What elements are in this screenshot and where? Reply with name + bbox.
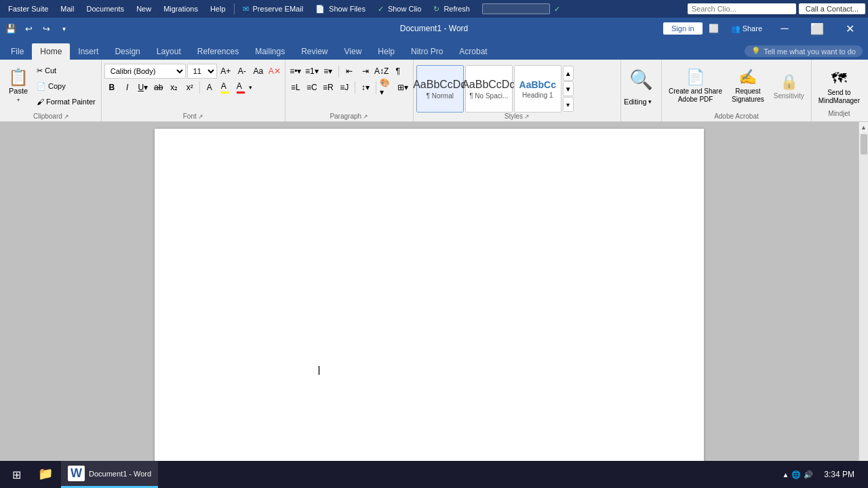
tab-references[interactable]: References [189, 43, 247, 60]
change-case-btn[interactable]: Aa [251, 64, 266, 79]
borders-btn[interactable]: ⊞▾ [395, 80, 410, 95]
styles-expand-icon[interactable]: ↗ [524, 113, 530, 120]
numbering-btn[interactable]: ≡1▾ [304, 64, 319, 79]
show-clio-btn[interactable]: ✓ Show Clio [372, 3, 427, 15]
font-name-select[interactable]: Calibri (Body) [104, 64, 186, 79]
copy-btn[interactable]: 📄 Copy [34, 79, 98, 94]
style-normal[interactable]: AaBbCcDd ¶ Normal [416, 65, 464, 113]
clock[interactable]: 3:34 PM [820, 470, 859, 479]
customize-qat-btn[interactable]: ▾ [56, 20, 72, 37]
styles-scroll-down[interactable]: ▼ [563, 81, 574, 96]
share-button[interactable]: 👥 Share [726, 22, 768, 35]
decrease-indent-btn[interactable]: ⇤ [342, 64, 357, 79]
faster-suite-btn[interactable]: Faster Suite [3, 3, 54, 14]
show-files-btn[interactable]: 📄 Show Files [310, 3, 371, 15]
style-heading1[interactable]: AaBbCc Heading 1 [514, 65, 561, 113]
subscript-btn[interactable]: x₂ [167, 80, 182, 95]
highlight-btn[interactable]: A [218, 80, 233, 95]
align-right-btn[interactable]: ≡R [321, 80, 336, 95]
styles-scroll-up[interactable]: ▲ [563, 66, 574, 81]
editing-dropdown-icon[interactable]: ▾ [648, 98, 652, 105]
request-signatures-btn[interactable]: ✍ RequestSignatures [728, 62, 768, 110]
sensitivity-btn[interactable]: 🔒 Sensitivity [770, 62, 808, 110]
maximize-btn[interactable]: ⬜ [802, 18, 833, 39]
font-color-btn[interactable]: A [233, 80, 248, 95]
underline-btn[interactable]: U▾ [136, 80, 151, 95]
refresh-input[interactable] [482, 3, 550, 14]
tab-help[interactable]: Help [370, 43, 403, 60]
send-to-mindmanager-btn[interactable]: 🗺 Send toMindManager [814, 65, 864, 110]
paste-btn[interactable]: 📋 Paste ▾ [4, 62, 33, 110]
align-left-btn[interactable]: ≡L [288, 80, 303, 95]
tab-view[interactable]: View [336, 43, 370, 60]
scroll-up-btn[interactable]: ▲ [859, 122, 869, 133]
volume-icon[interactable]: 🔊 [804, 470, 813, 479]
taskbar-word[interactable]: W Document1 - Word [61, 461, 158, 488]
systray-up-icon[interactable]: ▲ [782, 471, 789, 479]
text-effect-btn[interactable]: A [202, 80, 217, 95]
style-no-spacing[interactable]: AaBbCcDd ¶ No Spaci... [465, 65, 513, 113]
close-btn[interactable]: ✕ [834, 18, 865, 39]
new-btn[interactable]: New [131, 3, 157, 14]
tell-me-input[interactable]: 💡 Tell me what you want to do [745, 45, 863, 57]
create-pdf-btn[interactable]: 📄 Create and ShareAdobe PDF [665, 62, 726, 110]
tab-file[interactable]: File [3, 43, 32, 60]
show-formatting-btn[interactable]: ¶ [391, 64, 406, 79]
increase-font-btn[interactable]: A+ [218, 64, 233, 79]
justify-btn[interactable]: ≡J [337, 80, 352, 95]
paragraph-expand-icon[interactable]: ↗ [363, 113, 368, 120]
font-color-dropdown[interactable]: ▾ [249, 84, 252, 91]
clear-formatting-btn[interactable]: A✕ [267, 64, 282, 79]
multilevel-btn[interactable]: ≡▾ [321, 64, 336, 79]
document-page[interactable]: I [155, 129, 704, 465]
preserve-email-btn[interactable]: ✉ Preserve EMail [237, 3, 309, 15]
font-size-select[interactable]: 11 [187, 64, 217, 79]
taskbar-explorer[interactable]: 📁 [31, 461, 60, 488]
clio-search-input[interactable] [688, 3, 796, 14]
italic-btn[interactable]: I [120, 80, 135, 95]
tab-mailings[interactable]: Mailings [247, 43, 293, 60]
decrease-font-btn[interactable]: A- [235, 64, 250, 79]
network-icon[interactable]: 🌐 [791, 470, 801, 479]
documents-btn[interactable]: Documents [81, 3, 130, 14]
help-btn[interactable]: Help [205, 3, 231, 14]
superscript-btn[interactable]: x² [182, 80, 197, 95]
start-button[interactable]: ⊞ [3, 461, 30, 488]
styles-expand[interactable]: ▾ [563, 97, 574, 112]
editing-btn[interactable]: 🔍 [624, 62, 658, 96]
tab-acrobat[interactable]: Acrobat [451, 43, 495, 60]
main-area: I ▲ ▼ [0, 122, 868, 472]
tab-layout[interactable]: Layout [149, 43, 189, 60]
document-area[interactable]: I [0, 122, 859, 472]
bold-btn[interactable]: B [104, 80, 119, 95]
line-spacing-btn[interactable]: ↕▾ [358, 80, 373, 95]
font-expand-icon[interactable]: ↗ [198, 113, 203, 120]
cut-btn[interactable]: ✂ Cut [34, 63, 98, 78]
strikethrough-btn[interactable]: ab [151, 80, 166, 95]
contact-search-btn[interactable]: Call a Contact... [799, 3, 865, 14]
scroll-thumb[interactable] [861, 134, 867, 155]
bullets-btn[interactable]: ≡•▾ [288, 64, 303, 79]
sort-btn[interactable]: A↕Z [374, 64, 389, 79]
format-painter-btn[interactable]: 🖌 Format Painter [34, 94, 98, 109]
tab-insert[interactable]: Insert [70, 43, 106, 60]
mail-btn[interactable]: Mail [55, 3, 79, 14]
migrations-btn[interactable]: Migrations [158, 3, 203, 14]
align-center-btn[interactable]: ≡C [304, 80, 319, 95]
clipboard-expand-icon[interactable]: ↗ [64, 113, 69, 120]
redo-qat-btn[interactable]: ↪ [38, 20, 54, 37]
minimize-btn[interactable]: ─ [769, 18, 800, 39]
tab-home[interactable]: Home [32, 43, 70, 60]
signin-button[interactable]: Sign in [663, 22, 703, 35]
tab-nitro-pro[interactable]: Nitro Pro [403, 43, 451, 60]
refresh-btn[interactable]: ↻ Refresh [428, 3, 475, 15]
save-qat-btn[interactable]: 💾 [3, 20, 19, 37]
show-desktop-btn[interactable] [861, 461, 865, 488]
scroll-track[interactable] [859, 133, 869, 461]
undo-qat-btn[interactable]: ↩ [20, 20, 37, 37]
tab-design[interactable]: Design [106, 43, 148, 60]
tab-review[interactable]: Review [293, 43, 336, 60]
increase-indent-btn[interactable]: ⇥ [358, 64, 373, 79]
ribbon-display-btn[interactable]: ⬜ [704, 21, 724, 36]
shading-btn[interactable]: 🎨▾ [379, 80, 394, 95]
